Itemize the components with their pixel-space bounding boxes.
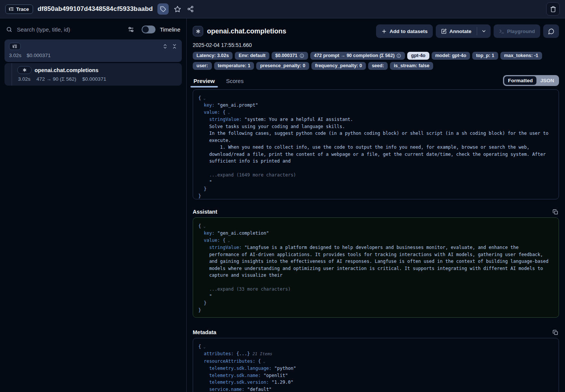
badge-label: $0.000371 bbox=[275, 53, 298, 58]
top-bar: Trace df850ab499107d4348584cf5933baabd bbox=[0, 0, 565, 18]
badge-label: is_stream: false bbox=[394, 63, 429, 68]
code-segment: sufficient info is printed and bbox=[198, 158, 291, 164]
code-segment: stringValue: bbox=[198, 245, 242, 250]
code-line: download/read a file, print the content … bbox=[198, 151, 553, 158]
observation-detail-panel: openai.chat.completions Add to datasets … bbox=[187, 18, 565, 392]
edit-icon bbox=[441, 29, 447, 34]
badge-label: max_tokens: -1 bbox=[504, 53, 538, 58]
code-segment: value: bbox=[198, 238, 220, 243]
star-icon bbox=[174, 6, 181, 13]
annotate-button-group: Annotate bbox=[436, 24, 491, 38]
tab-scores[interactable]: Scores bbox=[225, 78, 245, 87]
collapse-all-icon[interactable] bbox=[172, 44, 177, 49]
format-toggle-json[interactable]: JSON bbox=[536, 76, 558, 85]
code-line: capture and visualize their bbox=[198, 272, 553, 279]
timeline-toggle[interactable] bbox=[142, 26, 156, 33]
trace-node-type-badge bbox=[9, 43, 21, 50]
filter-settings-button[interactable] bbox=[127, 26, 135, 33]
code-segment: "python" bbox=[272, 366, 296, 371]
code-line: models where understanding and optimizin… bbox=[198, 265, 553, 272]
code-segment: "default" bbox=[245, 387, 272, 392]
add-to-datasets-button[interactable]: Add to datasets bbox=[376, 24, 433, 38]
openai-icon bbox=[193, 26, 203, 36]
trace-type-chip: Trace bbox=[5, 5, 33, 14]
expand-all-icon[interactable] bbox=[162, 44, 168, 49]
code-segment: performance of AI-driven applications. I… bbox=[198, 252, 543, 257]
code-line bbox=[198, 279, 553, 286]
badge: seed: bbox=[368, 62, 388, 70]
collapse-toggle-icon[interactable]: ⌄ bbox=[225, 238, 230, 243]
playground-button[interactable]: Playground bbox=[494, 24, 540, 38]
code-segment: "openlit" bbox=[261, 373, 288, 378]
badge-label: top_p: 1 bbox=[476, 53, 494, 58]
badge-label: model: gpt-4o bbox=[435, 53, 467, 58]
share-icon bbox=[187, 6, 194, 12]
code-line: Solve tasks using your coding and langua… bbox=[198, 123, 553, 130]
copy-icon bbox=[553, 330, 558, 335]
badge-label: presence_penalty: 0 bbox=[260, 63, 305, 68]
code-segment: execute. bbox=[198, 138, 231, 143]
collapse-toggle-icon[interactable]: ⌄ bbox=[201, 224, 205, 228]
code-line: telemetry.sdk.language: "python" bbox=[198, 365, 553, 372]
code-line: { ⌄ bbox=[198, 343, 553, 351]
badge: model: gpt-4o bbox=[432, 52, 470, 60]
badge-label: temperature: 1 bbox=[218, 63, 251, 68]
expand-link[interactable]: ...expand (1649 more characters) bbox=[198, 172, 296, 178]
add-to-datasets-label: Add to datasets bbox=[390, 29, 428, 34]
code-segment: stringValue: bbox=[198, 117, 242, 122]
format-toggle-formatted[interactable]: Formatted bbox=[504, 76, 536, 85]
observation-cost: $0.000371 bbox=[82, 76, 106, 82]
collapse-toggle-icon[interactable]: ⌄ bbox=[201, 345, 205, 349]
code-segment: 21 Items bbox=[250, 351, 272, 356]
copy-metadata-button[interactable] bbox=[552, 329, 559, 336]
share-button[interactable] bbox=[186, 5, 195, 13]
plus-icon bbox=[381, 29, 387, 34]
badge-label: gpt-4o bbox=[411, 53, 425, 58]
metadata-section-title: Metadata bbox=[193, 329, 216, 335]
code-segment: } bbox=[198, 186, 207, 191]
search-icon bbox=[6, 26, 12, 33]
code-segment: download/read a file, print the content … bbox=[198, 152, 546, 157]
trace-root-node[interactable]: 3.02s $0.000371 bbox=[5, 39, 182, 62]
badge-label: user: bbox=[196, 63, 208, 68]
expand-link[interactable]: ...expand (33 more characters) bbox=[198, 286, 291, 292]
code-segment: In the following cases, suggest python c… bbox=[198, 131, 548, 136]
collapse-toggle-icon[interactable]: ⌄ bbox=[225, 110, 230, 115]
code-segment: resourceAttributes: bbox=[198, 359, 255, 364]
copy-assistant-button[interactable] bbox=[552, 208, 559, 216]
search-input[interactable] bbox=[17, 26, 100, 33]
observation-name: openai.chat.completions bbox=[35, 67, 98, 73]
code-line: ...expand (33 more characters) bbox=[198, 286, 553, 293]
code-segment: service.name: bbox=[198, 387, 245, 392]
star-button[interactable] bbox=[173, 5, 182, 14]
collapse-toggle-icon[interactable]: ⌄ bbox=[201, 96, 205, 100]
code-line: stringValue: "system: You are a helpful … bbox=[198, 116, 553, 123]
code-segment: " bbox=[198, 294, 212, 299]
code-line: service.name: "default" bbox=[198, 386, 553, 392]
code-line: { ⌄ bbox=[198, 223, 553, 230]
annotate-button[interactable]: Annotate bbox=[436, 24, 477, 38]
delete-trace-button[interactable] bbox=[546, 2, 560, 16]
code-segment: { bbox=[220, 238, 225, 243]
code-segment: "Langfuse is a platform designed to help… bbox=[242, 245, 519, 250]
code-line: resourceAttributes: { ⌄ bbox=[198, 358, 553, 365]
code-segment: " bbox=[198, 179, 212, 185]
annotate-dropdown-button[interactable] bbox=[477, 24, 491, 38]
observation-tokens: 472 → 90 (Σ 562) bbox=[36, 76, 76, 82]
preview-tabs: Preview Scores bbox=[193, 78, 244, 87]
toggle-knob bbox=[142, 26, 149, 33]
tree-indent-guide bbox=[12, 63, 12, 86]
annotate-label: Annotate bbox=[449, 29, 471, 34]
badge: temperature: 1 bbox=[214, 62, 254, 70]
copy-icon bbox=[553, 209, 558, 215]
observation-node-selected[interactable]: openai.chat.completions 3.02s 472 → 90 (… bbox=[5, 63, 182, 86]
badge: gpt-4o bbox=[407, 52, 429, 60]
badge-label: Env: default bbox=[239, 53, 266, 58]
tab-preview[interactable]: Preview bbox=[193, 78, 216, 87]
badge: max_tokens: -1 bbox=[500, 52, 542, 60]
trace-tree-sidebar: Timeline bbox=[0, 18, 187, 392]
observation-timestamp: 2025-02-04 17:55:51.660 bbox=[193, 42, 559, 48]
collapse-toggle-icon[interactable]: ⌄ bbox=[261, 359, 265, 363]
tag-button[interactable] bbox=[157, 3, 169, 15]
comments-button[interactable] bbox=[543, 24, 559, 38]
